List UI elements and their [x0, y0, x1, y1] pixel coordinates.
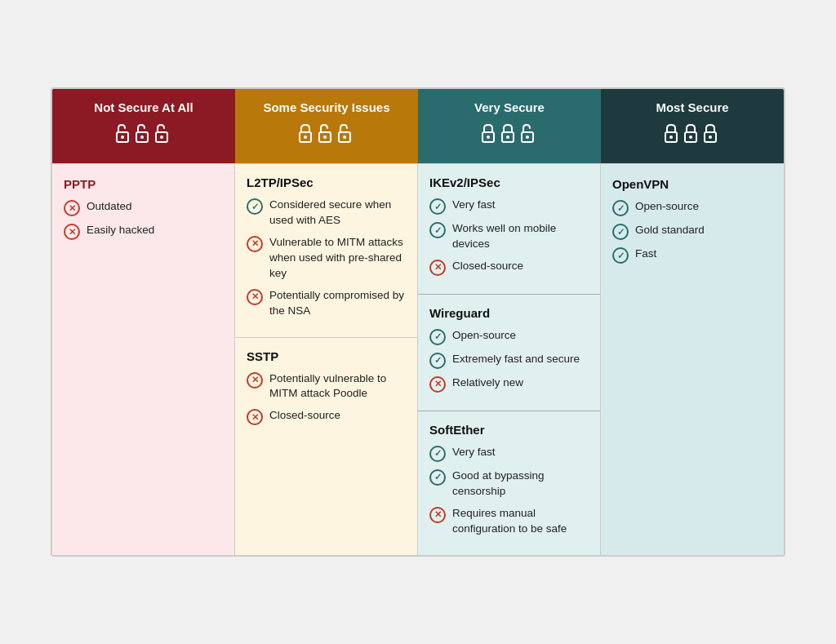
svg-point-11	[343, 135, 346, 139]
ikev2-features: ✓Very fast✓Works well on mobile devices✕…	[429, 198, 589, 276]
softether-protocol-name: SoftEther	[429, 423, 589, 437]
check-icon: ✓	[429, 222, 446, 238]
check-icon: ✓	[429, 329, 446, 345]
most-secure-cell: OpenVPN ✓Open-source✓Gold standard✓Fast	[601, 163, 784, 554]
feature-item: ✕Closed-source	[247, 408, 406, 425]
check-icon: ✓	[612, 224, 629, 240]
feature-item: ✓Very fast	[429, 198, 589, 215]
svg-point-21	[689, 135, 692, 139]
feature-text: Vulnerable to MITM attacks when used wit…	[269, 235, 406, 282]
l2tp-protocol-name: L2TP/IPSec	[247, 175, 406, 189]
l2tp-section: L2TP/IPSec ✓Considered secure when used …	[235, 164, 417, 336]
some-security-cell: L2TP/IPSec ✓Considered secure when used …	[235, 163, 418, 554]
cross-icon: ✕	[247, 289, 263, 305]
not-secure-features: ✕Outdated✕Easily hacked	[64, 199, 223, 240]
header-not-secure-icons	[60, 119, 227, 152]
feature-text: Gold standard	[635, 223, 705, 238]
feature-item: ✓Open-source	[429, 328, 589, 345]
feature-text: Open-source	[452, 328, 516, 344]
feature-text: Very fast	[452, 198, 496, 213]
wireguard-section: Wireguard ✓Open-source✓Extremely fast an…	[418, 294, 600, 411]
feature-text: Relatively new	[452, 375, 523, 391]
feature-text: Requires manual configuration to be safe	[452, 506, 589, 537]
svg-point-3	[140, 135, 144, 139]
sstp-section: SSTP ✕Potentially vulnerable to MITM att…	[235, 337, 417, 444]
sstp-protocol-name: SSTP	[247, 349, 406, 363]
feature-item: ✕Easily hacked	[64, 223, 223, 240]
openvpn-features: ✓Open-source✓Gold standard✓Fast	[612, 199, 772, 264]
pptp-protocol-name: PPTP	[64, 177, 223, 191]
feature-item: ✕Potentially compromised by the NSA	[247, 288, 406, 319]
cross-icon: ✕	[429, 260, 446, 276]
feature-text: Works well on mobile devices	[452, 221, 589, 252]
feature-text: Considered secure when used with AES	[269, 198, 406, 229]
feature-item: ✓Very fast	[429, 445, 589, 462]
comparison-table: Not Secure At All	[51, 87, 785, 556]
header-some-security: Some Security Issues	[235, 89, 418, 163]
cross-icon: ✕	[64, 224, 80, 240]
feature-item: ✓Considered secure when used with AES	[247, 198, 406, 229]
header-not-secure: Not Secure At All	[52, 89, 235, 163]
check-icon: ✓	[429, 469, 446, 486]
feature-text: Closed-source	[452, 259, 523, 274]
check-icon: ✓	[612, 200, 629, 216]
feature-text: Extremely fast and secure	[452, 352, 580, 367]
wireguard-features: ✓Open-source✓Extremely fast and secure✕R…	[429, 328, 589, 393]
feature-item: ✓Extremely fast and secure	[429, 352, 589, 369]
softether-features: ✓Very fast✓Good at bypassing censorship✕…	[429, 445, 589, 537]
header-not-secure-label: Not Secure At All	[60, 100, 227, 114]
svg-point-13	[487, 135, 490, 139]
feature-item: ✓Works well on mobile devices	[429, 221, 589, 252]
body-row: PPTP ✕Outdated✕Easily hacked L2TP/IPSec …	[52, 163, 784, 554]
cross-icon: ✕	[429, 507, 446, 523]
header-very-secure-icons	[426, 119, 593, 152]
feature-item: ✕Relatively new	[429, 375, 589, 393]
header-some-security-label: Some Security Issues	[243, 100, 410, 114]
sstp-features: ✕Potentially vulnerable to MITM attack P…	[247, 371, 406, 426]
feature-text: Open-source	[635, 199, 699, 215]
cross-icon: ✕	[247, 409, 263, 425]
ikev2-section: IKEv2/IPSec ✓Very fast✓Works well on mob…	[418, 164, 600, 294]
check-icon: ✓	[429, 198, 446, 215]
svg-point-19	[669, 135, 673, 139]
feature-item: ✕Potentially vulnerable to MITM attack P…	[247, 371, 406, 402]
feature-item: ✕Closed-source	[429, 259, 589, 276]
svg-point-7	[304, 135, 307, 139]
cross-icon: ✕	[247, 236, 263, 252]
feature-item: ✕Requires manual configuration to be saf…	[429, 506, 589, 537]
header-most-secure: Most Secure	[601, 89, 784, 163]
feature-item: ✓Fast	[612, 246, 772, 264]
feature-text: Closed-source	[269, 408, 340, 424]
header-most-secure-label: Most Secure	[609, 100, 776, 114]
feature-item: ✓Gold standard	[612, 223, 772, 240]
check-icon: ✓	[429, 446, 446, 462]
l2tp-features: ✓Considered secure when used with AES✕Vu…	[247, 198, 406, 318]
svg-point-17	[526, 135, 529, 139]
cross-icon: ✕	[64, 200, 80, 216]
feature-text: Potentially compromised by the NSA	[269, 288, 406, 319]
header-most-secure-icons	[609, 119, 776, 152]
ikev2-protocol-name: IKEv2/IPSec	[429, 175, 589, 189]
feature-item: ✕Vulnerable to MITM attacks when used wi…	[247, 235, 406, 282]
wireguard-protocol-name: Wireguard	[429, 306, 589, 320]
header-very-secure: Very Secure	[418, 89, 601, 163]
header-some-security-icons	[243, 119, 410, 152]
feature-item: ✓Open-source	[612, 199, 772, 216]
softether-section: SoftEther ✓Very fast✓Good at bypassing c…	[418, 411, 600, 555]
feature-text: Fast	[635, 246, 656, 262]
header-very-secure-label: Very Secure	[426, 100, 593, 114]
feature-text: Easily hacked	[87, 223, 154, 238]
header-row: Not Secure At All	[52, 89, 784, 163]
check-icon: ✓	[612, 247, 629, 264]
feature-text: Good at bypassing censorship	[452, 469, 589, 500]
not-secure-cell: PPTP ✕Outdated✕Easily hacked	[52, 163, 235, 554]
svg-point-5	[160, 135, 163, 139]
svg-point-1	[121, 135, 124, 139]
svg-point-15	[506, 135, 509, 139]
feature-item: ✓Good at bypassing censorship	[429, 469, 589, 500]
cross-icon: ✕	[429, 376, 446, 393]
very-secure-cell: IKEv2/IPSec ✓Very fast✓Works well on mob…	[418, 163, 601, 554]
feature-item: ✕Outdated	[64, 199, 223, 216]
openvpn-protocol-name: OpenVPN	[612, 177, 772, 191]
svg-point-9	[323, 135, 327, 139]
